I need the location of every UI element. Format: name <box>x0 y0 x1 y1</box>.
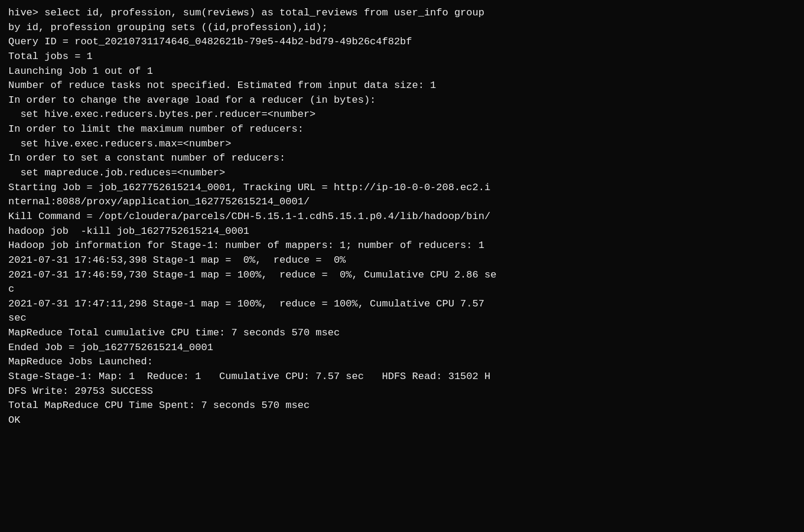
terminal-output: hive> select id, profession, sum(reviews… <box>8 6 796 428</box>
